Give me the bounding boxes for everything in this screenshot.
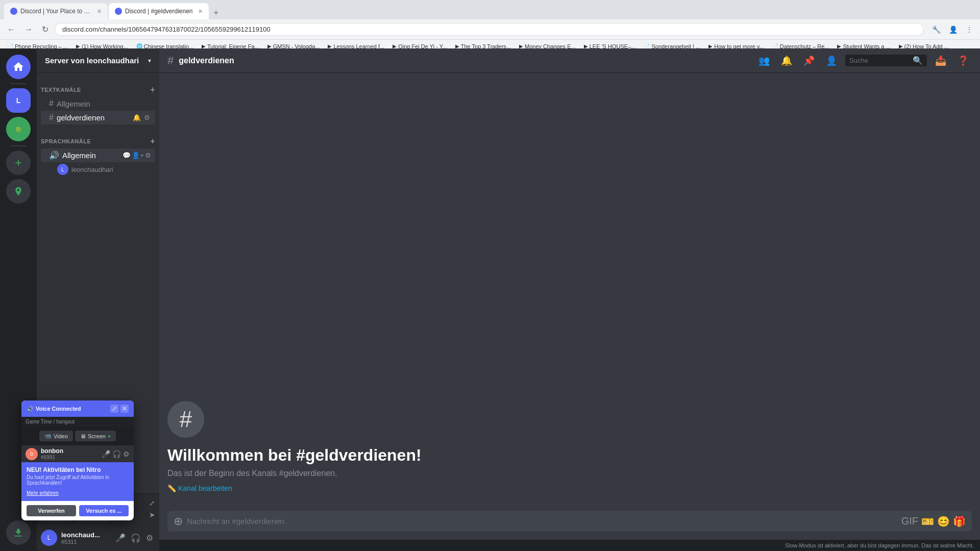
channel-item-allgemein-text[interactable]: # Allgemein (41, 97, 155, 110)
screen-btn-icon: 🖥 (80, 433, 86, 439)
input-icons: GIF 🎫 😊 🎁 (901, 515, 966, 528)
home-button[interactable] (6, 55, 31, 79)
welcome-title: Willkommen bei #geldverdienen! (167, 446, 422, 465)
add-text-channel-button[interactable]: + (150, 85, 155, 94)
channel-header: # geldverdienen 👥 🔔 📌 👤 🔍 📥 ❓ (159, 48, 980, 73)
gift-icon[interactable]: 🎁 (953, 515, 966, 528)
pinned-messages-button[interactable]: 📌 (801, 53, 817, 68)
attach-icon[interactable]: ⊕ (174, 515, 183, 528)
message-input[interactable] (187, 511, 897, 532)
address-bar[interactable]: discord.com/channels/1065647947631870022… (55, 23, 924, 36)
search-bar[interactable]: 🔍 (845, 55, 927, 66)
nitro-banner-title: NEU! Aktivitäten bei Nitro (27, 466, 129, 473)
nitro-media-buttons: 📹 Video 🖥 Screen ● (26, 431, 130, 441)
download-button[interactable] (6, 520, 31, 545)
video-btn-icon: 📹 (44, 433, 52, 439)
server-header[interactable]: Server von leonchaudhari ▾ (37, 48, 159, 73)
arrow-icon[interactable]: ➤ (149, 511, 155, 521)
popup-expand-button[interactable]: ⤢ (110, 405, 118, 413)
channel-actions: 🔔 ⚙ (132, 113, 151, 122)
tab-favicon-2 (115, 8, 122, 15)
nitro-popup-header: 🔊 Voice Connected ⤢ ✕ (21, 400, 134, 417)
voice-settings-icon[interactable]: ⚙ (145, 152, 151, 159)
voice-add-user-icon[interactable]: 👤+ (132, 152, 144, 159)
voice-chat-icon[interactable]: 💬 (122, 152, 131, 159)
new-tab-button[interactable]: + (210, 6, 223, 19)
channel-item-geldverdienen[interactable]: # geldverdienen 🔔 ⚙ (41, 111, 155, 124)
nitro-dismiss-button[interactable]: Verwerfen (27, 505, 76, 516)
tab-title-2: Discord | #geldverdienen (125, 8, 193, 15)
mute-button[interactable]: 🎤 (113, 531, 128, 545)
user-controls: 🎤 🎧 ⚙ (113, 531, 155, 545)
nav-bar: ← → ↻ discord.com/channels/1065647947631… (0, 19, 980, 40)
nitro-banner-desc: Du hast jetzt Zugriff auf Aktivitäten in… (27, 474, 129, 486)
nitro-mute-icon[interactable]: 🎤 (102, 450, 110, 458)
screen-toggle-button[interactable]: 🖥 Screen ● (75, 431, 116, 441)
server-icon-green[interactable]: 🟢 (6, 117, 31, 141)
explore-server-button[interactable] (6, 179, 31, 204)
voice-user-avatar: L (57, 164, 68, 175)
expand-voice-icon[interactable]: ⤢ (149, 499, 155, 507)
nitro-popup-controls: ⤢ ✕ (110, 405, 129, 413)
message-area[interactable]: # Willkommen bei #geldverdienen! Das ist… (159, 73, 980, 511)
forward-button[interactable]: → (21, 23, 36, 36)
tab-active[interactable]: Discord | #geldverdienen ✕ (109, 3, 209, 19)
nitro-settings-icon[interactable]: ⚙ (123, 450, 130, 458)
user-tag: #5311 (61, 539, 109, 545)
server-icon-sl[interactable]: L (6, 88, 31, 113)
members-list-button[interactable]: 👥 (756, 53, 772, 68)
server-chevron-icon: ▾ (148, 57, 151, 64)
popup-close-button[interactable]: ✕ (120, 405, 129, 413)
tab-title-1: Discord | Your Place to Talk a... (20, 8, 92, 15)
edit-channel-link[interactable]: ✏️ Kanal bearbeiten (167, 484, 232, 492)
nitro-user-controls: 🎤 🎧 ⚙ (102, 450, 130, 458)
server-name: Server von leonchaudhari (45, 56, 139, 65)
tab-inactive[interactable]: Discord | Your Place to Talk a... ✕ (4, 3, 108, 19)
server-divider-2 (10, 145, 27, 146)
channel-settings-icon[interactable]: ⚙ (143, 113, 151, 122)
notifications-button[interactable]: 🔔 (779, 53, 794, 68)
extensions-button[interactable]: 🔧 (929, 23, 944, 36)
gif-icon[interactable]: GIF (901, 515, 918, 527)
nitro-headphone-icon[interactable]: 🎧 (112, 450, 121, 458)
tab-close-2[interactable]: ✕ (198, 8, 203, 15)
add-member-button[interactable]: 👤 (824, 53, 839, 68)
add-server-button[interactable]: + (6, 151, 31, 175)
sticker-icon[interactable]: 🎫 (921, 515, 934, 528)
nitro-username: bonbon (41, 447, 99, 455)
channel-name-geldverdienen: geldverdienen (57, 113, 129, 122)
channel-header-icon: # (167, 54, 174, 67)
refresh-button[interactable]: ↻ (39, 22, 52, 36)
user-settings-button[interactable]: ⚙ (144, 531, 155, 545)
add-voice-channel-button[interactable]: + (150, 137, 155, 146)
inbox-button[interactable]: 📥 (933, 53, 948, 68)
text-channels-category[interactable]: TEXTKANÄLE + (37, 77, 159, 96)
nitro-actions: Verwerfen Versuch es ... (21, 501, 134, 520)
browser-chrome: Discord | Your Place to Talk a... ✕ Disc… (0, 0, 980, 48)
back-button[interactable]: ← (4, 23, 18, 36)
user-avatar[interactable]: L (41, 530, 57, 546)
nitro-video-area: 📹 Video 🖥 Screen ● (21, 427, 134, 445)
help-button[interactable]: ❓ (955, 53, 971, 68)
search-icon: 🔍 (913, 56, 923, 65)
message-input-wrapper: ⊕ GIF 🎫 😊 🎁 (167, 511, 972, 532)
search-input[interactable] (849, 57, 911, 64)
tab-close-1[interactable]: ✕ (97, 8, 102, 15)
video-toggle-button[interactable]: 📹 Video (39, 431, 73, 441)
nitro-try-button[interactable]: Versuch es ... (79, 505, 129, 516)
profile-button[interactable]: 👤 (946, 23, 961, 36)
deafen-button[interactable]: 🎧 (129, 531, 143, 545)
welcome-icon: # (167, 401, 204, 438)
nitro-learn-more-link[interactable]: Mehr erfahren (27, 490, 59, 496)
channel-mute-icon[interactable]: 🔔 (132, 113, 142, 122)
user-info: leonchaud... #5311 (61, 531, 109, 545)
welcome-section: # Willkommen bei #geldverdienen! Das ist… (167, 391, 972, 503)
voice-channels-category[interactable]: SPRACHKANÄLE + (37, 129, 159, 148)
channel-name-allgemein: Allgemein (57, 99, 151, 108)
menu-button[interactable]: ⋮ (963, 23, 976, 36)
voice-user-leonchaudhari[interactable]: L leonchaudhari (41, 163, 155, 176)
emoji-icon[interactable]: 😊 (937, 515, 950, 528)
voice-channel-allgemein[interactable]: 🔊 Allgemein 💬 👤+ ⚙ (41, 148, 155, 162)
message-input-area: ⊕ GIF 🎫 😊 🎁 (159, 511, 980, 540)
edit-pencil-icon: ✏️ (167, 484, 176, 492)
